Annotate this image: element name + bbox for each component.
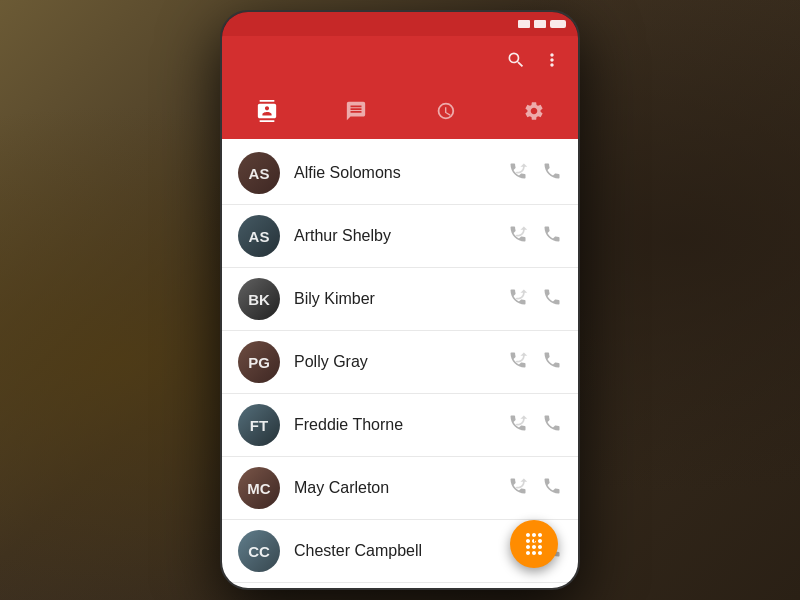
- battery-icon: [550, 20, 566, 28]
- call-button[interactable]: [542, 224, 562, 249]
- phone-frame: AS Alfie Solomons AS Arthur Shelby: [220, 10, 580, 590]
- wifi-icon: [534, 20, 546, 28]
- callback-button[interactable]: [508, 287, 528, 312]
- search-button[interactable]: [506, 50, 526, 75]
- avatar-initials: AS: [238, 215, 280, 257]
- contact-item[interactable]: BK Bily Kimber: [222, 268, 578, 331]
- more-options-button[interactable]: [542, 50, 562, 75]
- contact-avatar: AS: [238, 152, 280, 194]
- contact-name: Chester Campbell: [294, 542, 508, 560]
- messages-tab-icon: [345, 100, 367, 127]
- contact-item[interactable]: TS Thomas Shelby: [222, 583, 578, 590]
- contact-name: Freddie Thorne: [294, 416, 508, 434]
- callback-button[interactable]: [508, 476, 528, 501]
- contacts-tab-icon: [256, 100, 278, 127]
- dialpad-icon: [522, 532, 546, 556]
- call-button[interactable]: [542, 413, 562, 438]
- callback-button[interactable]: [508, 224, 528, 249]
- avatar-initials: MC: [238, 467, 280, 509]
- contact-avatar: MC: [238, 467, 280, 509]
- contact-avatar: AS: [238, 215, 280, 257]
- tab-settings[interactable]: [489, 88, 578, 139]
- contact-item[interactable]: AS Alfie Solomons: [222, 142, 578, 205]
- contact-name: Bily Kimber: [294, 290, 508, 308]
- contact-actions: [508, 350, 562, 375]
- callback-button[interactable]: [508, 413, 528, 438]
- call-button[interactable]: [542, 161, 562, 186]
- avatar-initials: PG: [238, 341, 280, 383]
- contact-name: Alfie Solomons: [294, 164, 508, 182]
- contact-actions: [508, 476, 562, 501]
- contact-avatar: FT: [238, 404, 280, 446]
- recents-tab-icon: [434, 100, 456, 127]
- contact-avatar: PG: [238, 341, 280, 383]
- contact-actions: [508, 224, 562, 249]
- contact-actions: [508, 413, 562, 438]
- contact-name: Polly Gray: [294, 353, 508, 371]
- signal-icon: [518, 20, 530, 28]
- callback-button[interactable]: [508, 350, 528, 375]
- contact-actions: [508, 287, 562, 312]
- tab-contacts[interactable]: [222, 88, 311, 139]
- contact-name: Arthur Shelby: [294, 227, 508, 245]
- avatar-initials: BK: [238, 278, 280, 320]
- call-button[interactable]: [542, 287, 562, 312]
- avatar-initials: FT: [238, 404, 280, 446]
- contact-avatar: CC: [238, 530, 280, 572]
- status-icons: [518, 20, 566, 28]
- app-header: [222, 36, 578, 88]
- status-bar: [222, 12, 578, 36]
- header-actions: [506, 50, 562, 75]
- contact-item[interactable]: AS Arthur Shelby: [222, 205, 578, 268]
- dial-pad-fab[interactable]: [510, 520, 558, 568]
- call-button[interactable]: [542, 350, 562, 375]
- contact-item[interactable]: PG Polly Gray: [222, 331, 578, 394]
- call-button[interactable]: [542, 476, 562, 501]
- avatar-initials: CC: [238, 530, 280, 572]
- avatar-initials: AS: [238, 152, 280, 194]
- contact-actions: [508, 161, 562, 186]
- callback-button[interactable]: [508, 161, 528, 186]
- navigation-tabs: [222, 88, 578, 142]
- tab-recents[interactable]: [400, 88, 489, 139]
- tab-messages[interactable]: [311, 88, 400, 139]
- contact-name: May Carleton: [294, 479, 508, 497]
- settings-tab-icon: [523, 100, 545, 127]
- contact-avatar: BK: [238, 278, 280, 320]
- contact-item[interactable]: FT Freddie Thorne: [222, 394, 578, 457]
- contact-item[interactable]: MC May Carleton: [222, 457, 578, 520]
